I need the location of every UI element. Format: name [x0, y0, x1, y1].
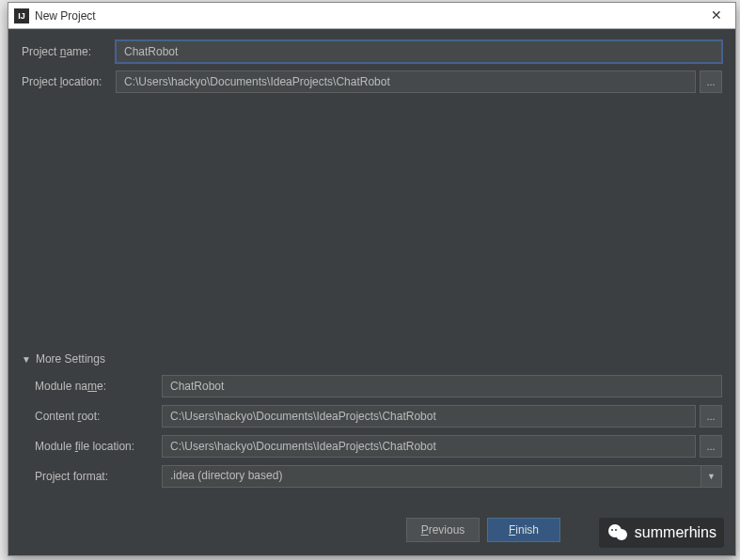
module-file-location-input[interactable]: [162, 435, 696, 458]
finish-button[interactable]: Finish: [487, 518, 560, 542]
more-settings-toggle[interactable]: ▼ More Settings: [22, 352, 722, 366]
project-name-row: Project name:: [22, 40, 722, 63]
titlebar: IJ New Project ✕: [8, 3, 735, 29]
button-row: Previous Finish: [8, 508, 735, 555]
content-root-label: Content root:: [35, 410, 162, 423]
chevron-down-icon: ▼: [22, 354, 31, 365]
project-location-browse-button[interactable]: ...: [700, 70, 722, 93]
dropdown-arrow-icon: ▼: [701, 465, 722, 488]
module-name-input[interactable]: [162, 375, 722, 397]
content-root-browse-button[interactable]: ...: [700, 405, 722, 428]
app-icon: IJ: [14, 8, 29, 23]
more-settings-label: More Settings: [36, 352, 105, 366]
module-name-row: Module name:: [35, 375, 722, 397]
project-name-label: Project name:: [22, 45, 116, 58]
content-root-input[interactable]: [162, 405, 696, 428]
module-file-location-browse-button[interactable]: ...: [700, 435, 722, 458]
project-format-row: Project format: .idea (directory based) …: [35, 465, 722, 488]
previous-button[interactable]: Previous: [406, 518, 480, 542]
more-settings-panel: Module name: Content root: ... Module fi…: [22, 375, 722, 501]
window-title: New Project: [35, 9, 703, 23]
module-file-location-row: Module file location: ...: [35, 435, 722, 458]
project-location-input[interactable]: [116, 70, 696, 93]
project-format-value: .idea (directory based): [162, 465, 701, 488]
project-location-row: Project location: ...: [22, 70, 722, 93]
dialog-content: Project name: Project location: ... ▼ Mo…: [8, 29, 735, 508]
project-format-select[interactable]: .idea (directory based) ▼: [162, 465, 722, 488]
project-name-input[interactable]: [116, 40, 722, 63]
new-project-dialog: IJ New Project ✕ Project name: Project l…: [8, 2, 736, 556]
module-name-label: Module name:: [35, 380, 162, 393]
content-root-row: Content root: ...: [35, 405, 722, 428]
spacer: [22, 101, 722, 352]
project-format-label: Project format:: [35, 470, 162, 483]
module-file-location-label: Module file location:: [35, 440, 162, 453]
close-button[interactable]: ✕: [703, 6, 730, 26]
project-location-label: Project location:: [22, 75, 116, 88]
